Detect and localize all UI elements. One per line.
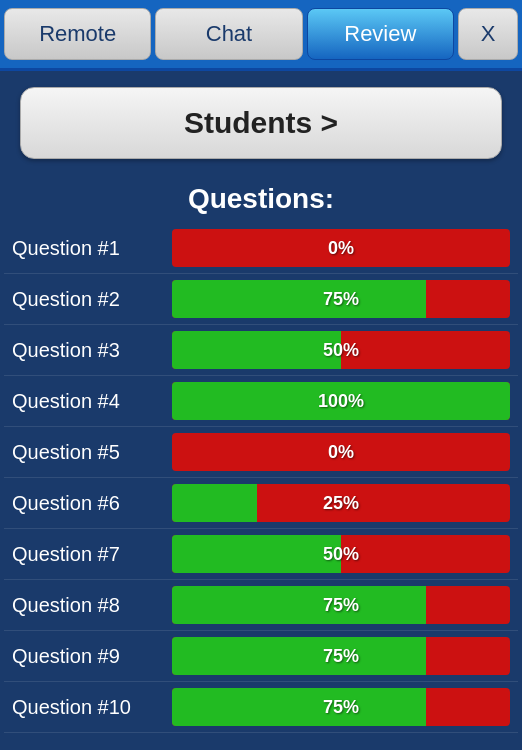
question-label-9: Question #9 <box>12 645 172 668</box>
bar-container-7: 50% <box>172 535 510 573</box>
tab-remote[interactable]: Remote <box>4 8 151 60</box>
question-row-9[interactable]: Question #975% <box>4 631 518 682</box>
question-row-2[interactable]: Question #275% <box>4 274 518 325</box>
bar-label-9: 75% <box>172 646 510 667</box>
bar-container-9: 75% <box>172 637 510 675</box>
question-row-4[interactable]: Question #4100% <box>4 376 518 427</box>
bar-container-4: 100% <box>172 382 510 420</box>
bar-label-7: 50% <box>172 544 510 565</box>
bar-label-1: 0% <box>172 238 510 259</box>
question-row-6[interactable]: Question #625% <box>4 478 518 529</box>
bar-container-10: 75% <box>172 688 510 726</box>
tab-close[interactable]: X <box>458 8 518 60</box>
question-row-1[interactable]: Question #10% <box>4 223 518 274</box>
students-section: Students > <box>0 71 522 167</box>
question-label-10: Question #10 <box>12 696 172 719</box>
question-label-6: Question #6 <box>12 492 172 515</box>
question-row-10[interactable]: Question #1075% <box>4 682 518 733</box>
bar-container-5: 0% <box>172 433 510 471</box>
question-row-7[interactable]: Question #750% <box>4 529 518 580</box>
question-row-5[interactable]: Question #50% <box>4 427 518 478</box>
question-label-7: Question #7 <box>12 543 172 566</box>
questions-heading: Questions: <box>0 167 522 223</box>
bar-container-8: 75% <box>172 586 510 624</box>
bar-label-8: 75% <box>172 595 510 616</box>
bar-container-1: 0% <box>172 229 510 267</box>
question-row-3[interactable]: Question #350% <box>4 325 518 376</box>
bar-label-2: 75% <box>172 289 510 310</box>
questions-list: Question #10%Question #275%Question #350… <box>0 223 522 733</box>
question-label-8: Question #8 <box>12 594 172 617</box>
bar-label-5: 0% <box>172 442 510 463</box>
bar-container-2: 75% <box>172 280 510 318</box>
tab-bar: RemoteChatReviewX <box>0 0 522 71</box>
bar-label-10: 75% <box>172 697 510 718</box>
bar-label-3: 50% <box>172 340 510 361</box>
question-label-2: Question #2 <box>12 288 172 311</box>
question-label-1: Question #1 <box>12 237 172 260</box>
students-button[interactable]: Students > <box>20 87 502 159</box>
question-label-3: Question #3 <box>12 339 172 362</box>
question-row-8[interactable]: Question #875% <box>4 580 518 631</box>
bar-label-6: 25% <box>172 493 510 514</box>
tab-review[interactable]: Review <box>307 8 454 60</box>
bar-container-6: 25% <box>172 484 510 522</box>
bar-label-4: 100% <box>172 391 510 412</box>
question-label-5: Question #5 <box>12 441 172 464</box>
question-label-4: Question #4 <box>12 390 172 413</box>
bar-container-3: 50% <box>172 331 510 369</box>
tab-chat[interactable]: Chat <box>155 8 302 60</box>
